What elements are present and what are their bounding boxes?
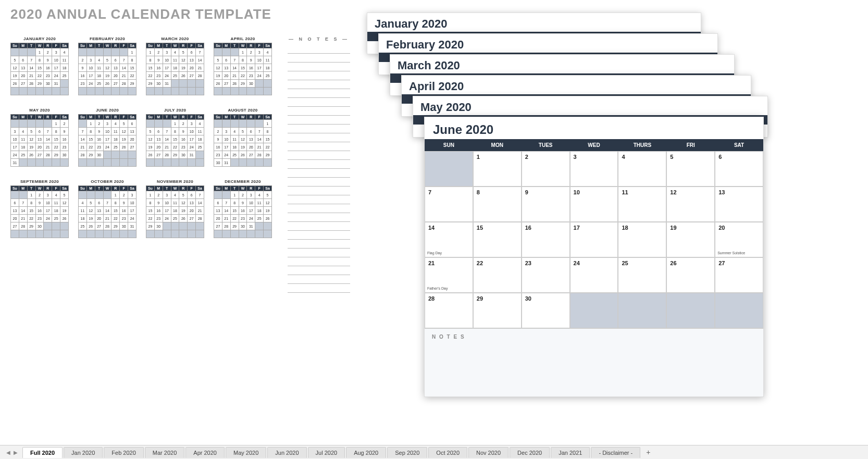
mini-day-header: F — [120, 43, 128, 48]
tab-prev-icon[interactable]: ◀ — [6, 450, 10, 455]
tab-next-icon[interactable]: ▶ — [14, 450, 18, 455]
mini-day-cell: 10 — [11, 135, 19, 143]
mini-day-cell — [154, 120, 163, 128]
mini-calendar: JULY 2020SuMTWRFSa1234567891011121314151… — [146, 108, 204, 167]
mini-day-cell: 3 — [255, 48, 264, 56]
day-header: SAT — [715, 142, 763, 148]
calendar-day-cell[interactable]: 26 — [666, 257, 715, 293]
sheet-tab[interactable]: Aug 2020 — [346, 447, 386, 458]
mini-day-cell — [196, 159, 204, 167]
sheet-tab[interactable]: Sep 2020 — [387, 447, 427, 458]
calendar-day-cell[interactable]: 25 — [618, 257, 666, 293]
sheet-tab[interactable]: - Disclaimer - — [591, 447, 640, 458]
mini-day-cell: 24 — [44, 215, 52, 222]
mini-calendar-title: OCTOBER 2020 — [78, 179, 137, 184]
sheet-tab[interactable]: Jun 2020 — [267, 447, 306, 458]
sheet-tab[interactable]: May 2020 — [226, 447, 266, 458]
mini-day-cell: 25 — [230, 151, 239, 159]
calendar-day-cell[interactable]: 21Father's Day — [425, 257, 473, 293]
mini-day-cell: 30 — [120, 222, 128, 230]
calendar-day-cell[interactable]: 5 — [666, 151, 715, 187]
month-notes[interactable]: N O T E S — [425, 328, 763, 396]
mini-day-cell: 14 — [44, 135, 52, 143]
calendar-day-cell[interactable]: 12 — [666, 187, 715, 222]
calendar-day-cell[interactable]: 4 — [618, 151, 666, 187]
mini-day-cell — [103, 151, 111, 159]
mini-calendar-title: APRIL 2020 — [214, 36, 272, 41]
calendar-day-cell[interactable]: 6 — [715, 151, 763, 187]
month-sheet-title: February 2020 — [379, 34, 717, 53]
calendar-day-cell[interactable]: 18 — [618, 222, 666, 257]
mini-day-cell: 4 — [230, 128, 239, 135]
mini-day-cell: 9 — [154, 199, 163, 207]
mini-day-cell: 7 — [19, 199, 27, 207]
mini-day-cell: 22 — [35, 72, 44, 80]
mini-day-header: Su — [11, 115, 19, 120]
mini-day-cell: 24 — [222, 151, 230, 159]
add-sheet-button[interactable]: + — [641, 447, 655, 457]
sheet-tab[interactable]: Full 2020 — [22, 447, 63, 458]
calendar-day-cell[interactable]: 3 — [570, 151, 618, 187]
calendar-day-cell[interactable]: 15 — [473, 222, 522, 257]
calendar-day-cell[interactable]: 7 — [425, 187, 473, 222]
mini-day-cell — [188, 88, 196, 95]
mini-day-cell — [27, 120, 35, 128]
mini-day-cell: 28 — [44, 151, 52, 159]
calendar-day-cell[interactable]: 14Flag Day — [425, 222, 473, 257]
mini-day-cell: 10 — [52, 56, 60, 64]
mini-day-cell: 9 — [120, 199, 128, 207]
day-header: MON — [473, 142, 522, 148]
day-number: 26 — [667, 258, 714, 268]
sheet-tab[interactable]: Jul 2020 — [308, 447, 345, 458]
mini-day-cell: 17 — [247, 207, 255, 215]
sheet-tab[interactable]: Oct 2020 — [428, 447, 467, 458]
mini-day-cell: 21 — [44, 143, 52, 151]
calendar-day-cell[interactable]: 22 — [473, 257, 522, 293]
sheet-tab[interactable]: Feb 2020 — [104, 447, 143, 458]
sheet-tab[interactable]: Jan 2020 — [64, 447, 103, 458]
mini-day-cell: 16 — [154, 207, 163, 215]
calendar-day-cell[interactable]: 24 — [570, 257, 618, 293]
mini-day-header: T — [163, 186, 171, 191]
calendar-day-cell[interactable]: 17 — [570, 222, 618, 257]
mini-calendar: OCTOBER 2020SuMTWRFSa1234567891011121314… — [78, 179, 137, 238]
mini-day-cell — [179, 88, 188, 95]
calendar-day-cell[interactable]: 23 — [522, 257, 570, 293]
calendar-day-cell[interactable]: 28 — [425, 293, 473, 328]
calendar-day-cell[interactable]: 13 — [715, 187, 763, 222]
mini-day-header: Su — [146, 186, 155, 191]
calendar-day-cell[interactable]: 30 — [522, 293, 570, 328]
mini-day-cell: 28 — [196, 215, 204, 222]
mini-day-cell: 15 — [35, 64, 44, 72]
calendar-day-cell[interactable]: 29 — [473, 293, 522, 328]
calendar-day-cell[interactable]: 10 — [570, 187, 618, 222]
mini-day-cell: 5 — [179, 48, 188, 56]
mini-day-cell: 3 — [44, 191, 52, 199]
mini-day-cell: 14 — [163, 135, 171, 143]
calendar-day-cell[interactable]: 27 — [715, 257, 763, 293]
sheet-tab[interactable]: Apr 2020 — [185, 447, 225, 458]
mini-day-cell: 13 — [188, 56, 196, 64]
calendar-day-cell[interactable]: 20Summer Solstice — [715, 222, 763, 257]
mini-day-cell: 8 — [171, 128, 179, 135]
mini-day-cell: 23 — [44, 72, 52, 80]
mini-day-cell — [214, 230, 222, 238]
sheet-tab[interactable]: Mar 2020 — [145, 447, 184, 458]
calendar-day-cell[interactable]: 8 — [473, 187, 522, 222]
calendar-day-cell[interactable]: 2 — [522, 151, 570, 187]
mini-day-cell: 10 — [222, 135, 230, 143]
day-number: 13 — [715, 187, 763, 197]
day-number: 2 — [522, 152, 569, 162]
mini-day-cell: 22 — [146, 215, 155, 222]
calendar-day-cell[interactable]: 1 — [473, 151, 522, 187]
calendar-day-cell[interactable]: 11 — [618, 187, 666, 222]
sheet-tab[interactable]: Dec 2020 — [510, 447, 550, 458]
calendar-day-cell[interactable]: 9 — [522, 187, 570, 222]
mini-day-cell: 25 — [255, 215, 264, 222]
sheet-tab[interactable]: Jan 2021 — [551, 447, 590, 458]
mini-calendar-title: JANUARY 2020 — [10, 36, 69, 41]
sheet-tab[interactable]: Nov 2020 — [468, 447, 509, 458]
calendar-day-cell[interactable]: 16 — [522, 222, 570, 257]
mini-day-header: F — [188, 186, 196, 191]
calendar-day-cell[interactable]: 19 — [666, 222, 715, 257]
